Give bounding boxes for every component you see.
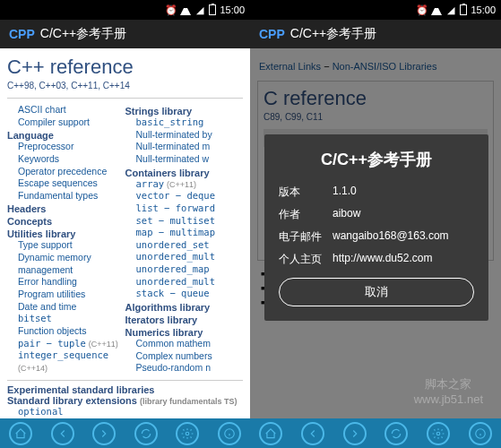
list-item[interactable]: Null-terminated by: [125, 129, 244, 142]
list-item[interactable]: Function objects: [7, 325, 125, 338]
clock: 15:00: [471, 4, 496, 15]
bottom-nav: [0, 418, 250, 448]
section-heading[interactable]: Language: [7, 130, 125, 141]
list-item[interactable]: pair − tuple (C++11): [7, 338, 125, 350]
info-button[interactable]: [218, 422, 241, 445]
section-heading[interactable]: Iterators library: [125, 314, 244, 325]
list-item[interactable]: unordered_mult: [125, 276, 244, 289]
list-item[interactable]: Pseudo-random n: [125, 362, 244, 375]
list-item[interactable]: Complex numbers: [125, 350, 244, 363]
list-item[interactable]: Escape sequences: [7, 177, 125, 190]
wifi-icon: ◢: [194, 4, 205, 15]
list-item[interactable]: Fundamental types: [7, 190, 125, 202]
column-2: Strings librarybasic_stringNull-terminat…: [125, 104, 244, 375]
list-item[interactable]: Null-terminated m: [125, 141, 244, 153]
refresh-button[interactable]: [134, 422, 158, 445]
list-item[interactable]: Keywords: [7, 153, 125, 166]
list-item[interactable]: Program utilities: [7, 289, 125, 301]
list-item[interactable]: Dynamic memory management: [7, 252, 125, 276]
home-button[interactable]: [259, 422, 282, 445]
dialog-row: 电子邮件wangaibo168@163.com: [279, 229, 474, 245]
watermark: 脚本之家 www.jb51.net: [414, 377, 483, 408]
list-item[interactable]: Null-terminated w: [125, 153, 244, 166]
battery-icon: [460, 4, 467, 15]
clock: 15:00: [220, 4, 245, 15]
list-item[interactable]: Date and time: [7, 301, 125, 314]
c-standards: C89, C99, C11: [263, 112, 488, 122]
status-bar: ⏰ ◢ 15:00: [0, 0, 250, 20]
list-item[interactable]: vector − deque: [125, 190, 244, 202]
app-title: C/C++参考手册: [40, 26, 126, 42]
list-item[interactable]: Type support: [7, 239, 125, 252]
refresh-button[interactable]: [384, 422, 408, 445]
section-heading[interactable]: Strings library: [125, 106, 244, 116]
dialog-title: C/C++参考手册: [279, 149, 474, 170]
content-left[interactable]: C++ reference C++98, C++03, C++11, C++14…: [0, 48, 250, 418]
svg-point-2: [436, 432, 440, 435]
section-heading[interactable]: Concepts: [7, 216, 125, 227]
info-button[interactable]: [469, 422, 492, 445]
dialog-row: 个人主页http://www.du52.com: [279, 252, 474, 267]
forward-button[interactable]: [92, 422, 116, 445]
bottom-nav: [250, 418, 501, 448]
list-item[interactable]: unordered_set: [125, 239, 244, 252]
list-item[interactable]: Operator precedence: [7, 166, 125, 178]
section-heading[interactable]: Containers library: [125, 168, 244, 178]
settings-button[interactable]: [176, 422, 199, 445]
list-item[interactable]: map − multimap: [125, 227, 244, 239]
app-bar: CPP C/C++参考手册: [250, 20, 501, 48]
about-dialog: C/C++参考手册 版本1.1.0作者aibow电子邮件wangaibo168@…: [264, 134, 488, 321]
list-item[interactable]: list − forward: [125, 202, 244, 215]
page-title: C++ reference: [7, 56, 243, 79]
signal-icon: [180, 4, 191, 15]
non-ansi-link[interactable]: Non-ANSI/ISO Libraries: [333, 61, 437, 72]
settings-button[interactable]: [427, 422, 450, 445]
list-item[interactable]: array (C++11): [125, 178, 244, 191]
list-item[interactable]: basic_string: [125, 116, 244, 129]
section-heading[interactable]: Numerics library: [125, 327, 244, 338]
app-logo: CPP: [9, 27, 35, 41]
list-item[interactable]: ASCII chart: [7, 104, 125, 116]
dialog-row: 作者aibow: [279, 207, 474, 222]
list-item[interactable]: optional: [7, 406, 243, 418]
list-item[interactable]: Compiler support: [7, 116, 125, 129]
app-bar: CPP C/C++参考手册: [0, 20, 250, 48]
section-heading[interactable]: Utilities library: [7, 228, 125, 239]
column-1: ASCII chartCompiler supportLanguagePrepr…: [7, 104, 125, 375]
list-item[interactable]: bitset: [7, 313, 125, 325]
exp-heading[interactable]: Experimental standard libraries: [7, 384, 243, 395]
list-item[interactable]: Preprocessor: [7, 141, 125, 153]
cancel-button[interactable]: 取消: [279, 278, 474, 306]
external-links-link[interactable]: External Links: [259, 61, 321, 72]
alarm-icon: ⏰: [166, 4, 177, 15]
dialog-row: 版本1.1.0: [279, 185, 474, 200]
back-button[interactable]: [301, 422, 324, 445]
list-item[interactable]: unordered_map: [125, 263, 244, 276]
c-title: C reference: [263, 87, 488, 110]
external-links: External Links − Non-ANSI/ISO Libraries: [257, 56, 494, 77]
columns: ASCII chartCompiler supportLanguagePrepr…: [7, 98, 243, 375]
wifi-icon: ◢: [445, 4, 456, 15]
svg-point-0: [186, 432, 190, 435]
section-heading[interactable]: Headers: [7, 203, 125, 214]
experimental-section: Experimental standard libraries Standard…: [7, 380, 243, 418]
back-button[interactable]: [51, 422, 74, 445]
battery-icon: [209, 4, 216, 15]
app-title: C/C++参考手册: [290, 26, 376, 42]
list-item[interactable]: set − multiset: [125, 215, 244, 228]
section-heading[interactable]: Algorithms library: [125, 302, 244, 313]
signal-icon: [431, 4, 442, 15]
ext-heading[interactable]: Standard library extensions (library fun…: [7, 395, 243, 406]
list-item[interactable]: Common mathem: [125, 338, 244, 350]
status-bar: ⏰ ◢ 15:00: [250, 0, 501, 20]
app-logo: CPP: [259, 27, 285, 41]
standards: C++98, C++03, C++11, C++14: [7, 81, 243, 90]
list-item[interactable]: integer_sequence (C++14): [7, 349, 125, 374]
forward-button[interactable]: [343, 422, 367, 445]
alarm-icon: ⏰: [417, 4, 428, 15]
left-screenshot: ⏰ ◢ 15:00 CPP C/C++参考手册 C++ reference C+…: [0, 0, 250, 448]
list-item[interactable]: Error handling: [7, 276, 125, 289]
home-button[interactable]: [9, 422, 32, 445]
list-item[interactable]: stack − queue: [125, 288, 244, 300]
list-item[interactable]: unordered_mult: [125, 251, 244, 263]
